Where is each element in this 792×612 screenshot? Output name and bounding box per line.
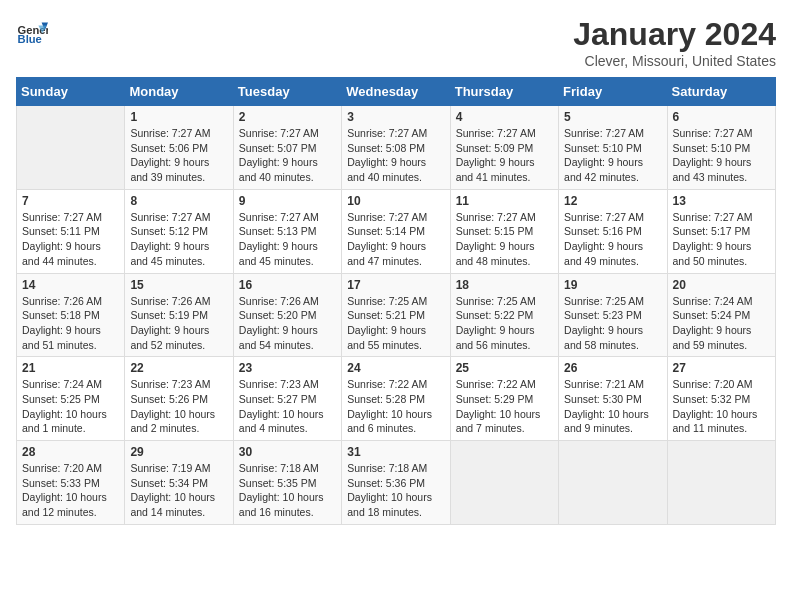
day-info: Sunrise: 7:27 AMSunset: 5:08 PMDaylight:…	[347, 126, 444, 185]
calendar-cell: 26Sunrise: 7:21 AMSunset: 5:30 PMDayligh…	[559, 357, 667, 441]
day-number: 23	[239, 361, 336, 375]
location-title: Clever, Missouri, United States	[573, 53, 776, 69]
calendar-cell: 7Sunrise: 7:27 AMSunset: 5:11 PMDaylight…	[17, 189, 125, 273]
day-number: 25	[456, 361, 553, 375]
calendar-cell: 8Sunrise: 7:27 AMSunset: 5:12 PMDaylight…	[125, 189, 233, 273]
calendar-cell: 13Sunrise: 7:27 AMSunset: 5:17 PMDayligh…	[667, 189, 775, 273]
logo-icon: General Blue	[16, 16, 48, 48]
day-info: Sunrise: 7:25 AMSunset: 5:21 PMDaylight:…	[347, 294, 444, 353]
calendar-cell: 9Sunrise: 7:27 AMSunset: 5:13 PMDaylight…	[233, 189, 341, 273]
day-info: Sunrise: 7:24 AMSunset: 5:25 PMDaylight:…	[22, 377, 119, 436]
day-info: Sunrise: 7:18 AMSunset: 5:35 PMDaylight:…	[239, 461, 336, 520]
calendar-cell	[17, 106, 125, 190]
day-info: Sunrise: 7:25 AMSunset: 5:23 PMDaylight:…	[564, 294, 661, 353]
calendar-cell: 30Sunrise: 7:18 AMSunset: 5:35 PMDayligh…	[233, 441, 341, 525]
logo: General Blue	[16, 16, 48, 48]
calendar-cell: 15Sunrise: 7:26 AMSunset: 5:19 PMDayligh…	[125, 273, 233, 357]
day-info: Sunrise: 7:27 AMSunset: 5:14 PMDaylight:…	[347, 210, 444, 269]
day-info: Sunrise: 7:19 AMSunset: 5:34 PMDaylight:…	[130, 461, 227, 520]
day-info: Sunrise: 7:27 AMSunset: 5:15 PMDaylight:…	[456, 210, 553, 269]
day-number: 11	[456, 194, 553, 208]
calendar-cell: 11Sunrise: 7:27 AMSunset: 5:15 PMDayligh…	[450, 189, 558, 273]
day-number: 3	[347, 110, 444, 124]
calendar-cell: 21Sunrise: 7:24 AMSunset: 5:25 PMDayligh…	[17, 357, 125, 441]
day-number: 9	[239, 194, 336, 208]
day-info: Sunrise: 7:27 AMSunset: 5:16 PMDaylight:…	[564, 210, 661, 269]
day-info: Sunrise: 7:25 AMSunset: 5:22 PMDaylight:…	[456, 294, 553, 353]
header: General Blue January 2024 Clever, Missou…	[16, 16, 776, 69]
day-number: 18	[456, 278, 553, 292]
weekday-header-saturday: Saturday	[667, 78, 775, 106]
day-info: Sunrise: 7:22 AMSunset: 5:28 PMDaylight:…	[347, 377, 444, 436]
day-number: 26	[564, 361, 661, 375]
calendar-week-row: 28Sunrise: 7:20 AMSunset: 5:33 PMDayligh…	[17, 441, 776, 525]
day-info: Sunrise: 7:18 AMSunset: 5:36 PMDaylight:…	[347, 461, 444, 520]
calendar-cell: 1Sunrise: 7:27 AMSunset: 5:06 PMDaylight…	[125, 106, 233, 190]
day-number: 5	[564, 110, 661, 124]
title-area: January 2024 Clever, Missouri, United St…	[573, 16, 776, 69]
calendar-week-row: 14Sunrise: 7:26 AMSunset: 5:18 PMDayligh…	[17, 273, 776, 357]
day-info: Sunrise: 7:24 AMSunset: 5:24 PMDaylight:…	[673, 294, 770, 353]
calendar-cell: 5Sunrise: 7:27 AMSunset: 5:10 PMDaylight…	[559, 106, 667, 190]
calendar-cell: 2Sunrise: 7:27 AMSunset: 5:07 PMDaylight…	[233, 106, 341, 190]
calendar-cell: 4Sunrise: 7:27 AMSunset: 5:09 PMDaylight…	[450, 106, 558, 190]
day-number: 20	[673, 278, 770, 292]
day-number: 4	[456, 110, 553, 124]
day-number: 28	[22, 445, 119, 459]
calendar-cell	[559, 441, 667, 525]
day-info: Sunrise: 7:27 AMSunset: 5:07 PMDaylight:…	[239, 126, 336, 185]
calendar-cell: 20Sunrise: 7:24 AMSunset: 5:24 PMDayligh…	[667, 273, 775, 357]
day-info: Sunrise: 7:27 AMSunset: 5:17 PMDaylight:…	[673, 210, 770, 269]
calendar-cell: 25Sunrise: 7:22 AMSunset: 5:29 PMDayligh…	[450, 357, 558, 441]
day-info: Sunrise: 7:27 AMSunset: 5:10 PMDaylight:…	[673, 126, 770, 185]
calendar-cell: 18Sunrise: 7:25 AMSunset: 5:22 PMDayligh…	[450, 273, 558, 357]
day-number: 13	[673, 194, 770, 208]
day-info: Sunrise: 7:27 AMSunset: 5:10 PMDaylight:…	[564, 126, 661, 185]
calendar-cell: 22Sunrise: 7:23 AMSunset: 5:26 PMDayligh…	[125, 357, 233, 441]
day-number: 31	[347, 445, 444, 459]
day-number: 8	[130, 194, 227, 208]
day-number: 1	[130, 110, 227, 124]
calendar-cell: 14Sunrise: 7:26 AMSunset: 5:18 PMDayligh…	[17, 273, 125, 357]
calendar: SundayMondayTuesdayWednesdayThursdayFrid…	[16, 77, 776, 525]
month-title: January 2024	[573, 16, 776, 53]
day-info: Sunrise: 7:26 AMSunset: 5:19 PMDaylight:…	[130, 294, 227, 353]
calendar-week-row: 7Sunrise: 7:27 AMSunset: 5:11 PMDaylight…	[17, 189, 776, 273]
weekday-header-monday: Monday	[125, 78, 233, 106]
day-number: 6	[673, 110, 770, 124]
day-info: Sunrise: 7:27 AMSunset: 5:11 PMDaylight:…	[22, 210, 119, 269]
day-info: Sunrise: 7:23 AMSunset: 5:27 PMDaylight:…	[239, 377, 336, 436]
calendar-cell: 27Sunrise: 7:20 AMSunset: 5:32 PMDayligh…	[667, 357, 775, 441]
svg-text:Blue: Blue	[18, 33, 42, 45]
calendar-cell: 29Sunrise: 7:19 AMSunset: 5:34 PMDayligh…	[125, 441, 233, 525]
day-number: 17	[347, 278, 444, 292]
day-info: Sunrise: 7:27 AMSunset: 5:12 PMDaylight:…	[130, 210, 227, 269]
calendar-week-row: 1Sunrise: 7:27 AMSunset: 5:06 PMDaylight…	[17, 106, 776, 190]
day-number: 10	[347, 194, 444, 208]
day-number: 22	[130, 361, 227, 375]
day-info: Sunrise: 7:27 AMSunset: 5:06 PMDaylight:…	[130, 126, 227, 185]
calendar-cell: 28Sunrise: 7:20 AMSunset: 5:33 PMDayligh…	[17, 441, 125, 525]
calendar-cell	[450, 441, 558, 525]
day-info: Sunrise: 7:26 AMSunset: 5:20 PMDaylight:…	[239, 294, 336, 353]
day-info: Sunrise: 7:20 AMSunset: 5:33 PMDaylight:…	[22, 461, 119, 520]
day-number: 30	[239, 445, 336, 459]
day-info: Sunrise: 7:27 AMSunset: 5:09 PMDaylight:…	[456, 126, 553, 185]
calendar-cell: 17Sunrise: 7:25 AMSunset: 5:21 PMDayligh…	[342, 273, 450, 357]
day-number: 27	[673, 361, 770, 375]
weekday-header-wednesday: Wednesday	[342, 78, 450, 106]
day-number: 7	[22, 194, 119, 208]
day-info: Sunrise: 7:20 AMSunset: 5:32 PMDaylight:…	[673, 377, 770, 436]
day-number: 29	[130, 445, 227, 459]
day-info: Sunrise: 7:23 AMSunset: 5:26 PMDaylight:…	[130, 377, 227, 436]
day-number: 21	[22, 361, 119, 375]
day-number: 15	[130, 278, 227, 292]
calendar-week-row: 21Sunrise: 7:24 AMSunset: 5:25 PMDayligh…	[17, 357, 776, 441]
calendar-cell: 10Sunrise: 7:27 AMSunset: 5:14 PMDayligh…	[342, 189, 450, 273]
day-info: Sunrise: 7:21 AMSunset: 5:30 PMDaylight:…	[564, 377, 661, 436]
calendar-cell: 24Sunrise: 7:22 AMSunset: 5:28 PMDayligh…	[342, 357, 450, 441]
calendar-cell: 31Sunrise: 7:18 AMSunset: 5:36 PMDayligh…	[342, 441, 450, 525]
day-number: 12	[564, 194, 661, 208]
weekday-header-sunday: Sunday	[17, 78, 125, 106]
day-number: 24	[347, 361, 444, 375]
